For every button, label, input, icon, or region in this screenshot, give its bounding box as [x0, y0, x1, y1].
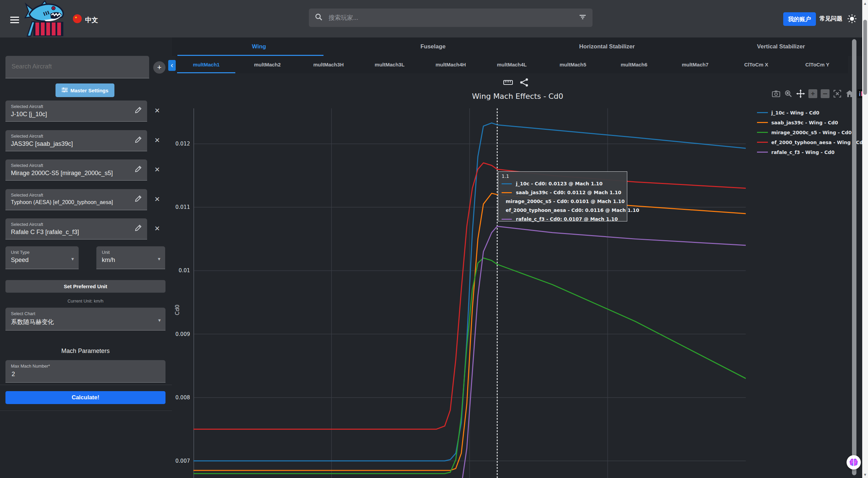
- tab-fuselage[interactable]: Fuselage: [346, 37, 520, 56]
- aircraft-search-field[interactable]: [5, 56, 149, 78]
- series-color-swatch: [502, 192, 512, 193]
- legend-label: j_10c - Wing - Cd0: [771, 110, 819, 115]
- subtab-multMach3H[interactable]: multMach3H: [298, 56, 359, 73]
- selected-aircraft-name: J-10C [j_10c]: [11, 111, 142, 118]
- my-account-button[interactable]: 我的账户: [783, 12, 816, 26]
- shark-logo: [25, 1, 69, 38]
- current-unit-text: Current Unit: km/h: [5, 298, 165, 304]
- camera-snapshot-icon[interactable]: [772, 89, 780, 98]
- component-tabs: Wing Fuselage Horizontal Stabilizer Vert…: [172, 37, 868, 56]
- edit-pencil-icon[interactable]: [135, 225, 142, 233]
- selected-aircraft-card[interactable]: Selected Aircraft JAS39C [saab_jas39c]: [5, 130, 147, 151]
- player-search-input[interactable]: [328, 14, 579, 22]
- edit-pencil-icon[interactable]: [135, 136, 142, 144]
- subtab-multMach4L[interactable]: multMach4L: [481, 56, 542, 73]
- language-flag-icon[interactable]: ★: [73, 14, 82, 23]
- selected-aircraft-card[interactable]: Selected Aircraft J-10C [j_10c]: [5, 101, 147, 122]
- legend-label: saab_jas39c - Wing - Cd0: [771, 120, 838, 125]
- unit-type-select[interactable]: Unit Type Speed ▾: [5, 246, 79, 269]
- tab-vertical-stabilizer[interactable]: Vertical Stabilizer: [694, 37, 868, 56]
- chart-title: Wing Mach Effects - Cd0: [446, 92, 589, 101]
- y-tick-label: 0.009: [175, 331, 190, 337]
- set-preferred-unit-button[interactable]: Set Preferred Unit: [5, 280, 165, 293]
- language-label[interactable]: 中文: [85, 16, 98, 25]
- faq-button[interactable]: 常见问题: [817, 14, 845, 23]
- content-scrollbar-thumb[interactable]: [852, 39, 856, 475]
- selected-aircraft-label: Selected Aircraft: [11, 134, 142, 139]
- subtab-multMach4H[interactable]: multMach4H: [420, 56, 481, 73]
- window-scrollbar[interactable]: ▲ ▼: [862, 0, 868, 478]
- zoom-box-icon[interactable]: [784, 89, 793, 98]
- filter-icon[interactable]: [579, 14, 586, 21]
- scroll-down-arrow-icon[interactable]: ▼: [862, 473, 868, 477]
- pan-icon[interactable]: [796, 89, 805, 98]
- tab-horizontal-stabilizer[interactable]: Horizontal Stabilizer: [520, 37, 694, 56]
- selected-aircraft-card[interactable]: Selected Aircraft Typhoon (AESA) [ef_200…: [5, 189, 147, 210]
- selected-aircraft-label: Selected Aircraft: [11, 222, 142, 227]
- tab-wing[interactable]: Wing: [172, 37, 346, 56]
- tooltip-row: rafale_c_f3 - Cd0: 0.0107 @ Mach 1.10: [502, 215, 624, 223]
- y-tick-label: 0.008: [175, 395, 190, 401]
- legend-label: mirage_2000c_s5 - Wing - Cd0: [771, 130, 852, 135]
- legend-item[interactable]: rafale_c_f3 - Wing - Cd0: [757, 147, 866, 157]
- master-settings-button[interactable]: Master Settings: [56, 83, 114, 97]
- selected-aircraft-name: JAS39C [saab_jas39c]: [11, 140, 142, 148]
- tooltip-text: rafale_c_f3 - Cd0: 0.0107 @ Mach 1.10: [516, 216, 618, 222]
- tooltip-x-value: 1.1: [502, 173, 624, 179]
- window-scrollbar-thumb[interactable]: [863, 20, 867, 95]
- y-tick-label: 0.01: [179, 267, 190, 274]
- brain-icon: [849, 458, 858, 466]
- selected-aircraft-card[interactable]: Selected Aircraft Rafale C F3 [rafale_c_…: [5, 218, 147, 240]
- y-tick-label: 0.011: [175, 204, 190, 210]
- y-axis-title: Cd0: [174, 305, 180, 315]
- series-color-swatch: [502, 183, 512, 184]
- calculate-button[interactable]: Calculate!: [5, 391, 165, 404]
- edit-pencil-icon[interactable]: [135, 107, 142, 115]
- tune-sliders-icon: [62, 87, 68, 94]
- subtab-multMach3L[interactable]: multMach3L: [359, 56, 420, 73]
- player-search-bar: [309, 9, 593, 27]
- aircraft-search-input[interactable]: [11, 63, 145, 71]
- tooltip-row: saab_jas39c - Cd0: 0.0112 @ Mach 1.10: [502, 188, 624, 197]
- subtab-multMach6[interactable]: multMach6: [603, 56, 664, 73]
- max-mach-input[interactable]: [11, 370, 161, 378]
- unit-type-label: Unit Type: [11, 250, 73, 255]
- selected-aircraft-card[interactable]: Selected Aircraft Mirage 2000C-S5 [mirag…: [5, 159, 147, 181]
- max-mach-label: Max Mach Number*: [11, 364, 160, 369]
- tooltip-row: j_10c - Cd0: 0.0123 @ Mach 1.10: [502, 180, 624, 188]
- tooltip-text: j_10c - Cd0: 0.0123 @ Mach 1.10: [516, 181, 602, 186]
- max-mach-field[interactable]: Max Mach Number*: [5, 360, 165, 383]
- legend-item[interactable]: mirage_2000c_s5 - Wing - Cd0: [757, 127, 866, 137]
- line-chart-plot-area[interactable]: [193, 108, 746, 478]
- subtab-multMach5[interactable]: multMach5: [542, 56, 603, 73]
- edit-pencil-icon[interactable]: [135, 195, 142, 203]
- subtab-cltocm-y[interactable]: ClToCm Y: [787, 56, 848, 73]
- theme-toggle-sun-icon[interactable]: [847, 14, 857, 25]
- series-color-swatch: [757, 142, 768, 143]
- edit-pencil-icon[interactable]: [135, 166, 142, 174]
- master-settings-label: Master Settings: [70, 88, 109, 93]
- tooltip-row: mirage_2000c_s5 - Cd0: 0.0101 @ Mach 1.1…: [502, 197, 624, 205]
- legend-item[interactable]: j_10c - Wing - Cd0: [757, 108, 866, 118]
- ai-assistant-brain-button[interactable]: [847, 455, 861, 469]
- hover-tooltip: 1.1 j_10c - Cd0: 0.0123 @ Mach 1.10 saab…: [498, 171, 627, 221]
- subtab-cltocm-x[interactable]: ClToCm X: [726, 56, 787, 73]
- y-axis-tick-labels: 0.0070.0080.0090.010.0110.012: [146, 0, 190, 478]
- series-color-swatch: [757, 112, 768, 113]
- select-chart-label: Select Chart: [11, 311, 160, 316]
- legend-item[interactable]: ef_2000_typhoon_aesa - Wing - Cd0: [757, 137, 866, 147]
- zoom-out-icon[interactable]: −: [821, 89, 830, 98]
- scroll-up-arrow-icon[interactable]: ▲: [862, 1, 868, 5]
- app-root: ★ 中文 我的账户 常见问题: [0, 0, 868, 478]
- subtab-multMach7[interactable]: multMach7: [665, 56, 726, 73]
- autoscale-icon[interactable]: [833, 89, 842, 98]
- selected-aircraft-name: Mirage 2000C-S5 [mirage_2000c_s5]: [11, 170, 142, 177]
- chart-select[interactable]: Select Chart 系数随马赫变化 ▾: [5, 308, 165, 330]
- subtab-multMach2[interactable]: multMach2: [237, 56, 298, 73]
- search-icon: [315, 13, 322, 22]
- hamburger-menu-icon[interactable]: [10, 15, 19, 25]
- share-icon[interactable]: [520, 78, 528, 88]
- zoom-in-icon[interactable]: +: [808, 89, 817, 98]
- legend-item[interactable]: saab_jas39c - Wing - Cd0: [757, 118, 866, 127]
- ruler-icon[interactable]: [503, 79, 513, 87]
